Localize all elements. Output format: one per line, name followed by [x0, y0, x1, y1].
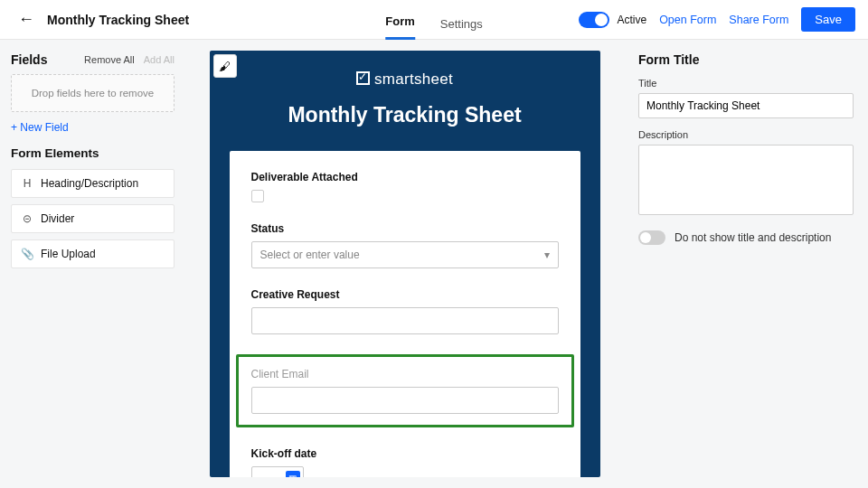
- element-label: Heading/Description: [41, 177, 138, 190]
- field-label: Kick-off date: [251, 447, 559, 460]
- checkmark-icon: [356, 71, 370, 85]
- form-title[interactable]: Monthly Tracking Sheet: [210, 92, 600, 151]
- field-label: Creative Request: [251, 288, 559, 301]
- element-file-upload[interactable]: 📎 File Upload: [11, 239, 175, 268]
- field-label: Status: [251, 222, 559, 235]
- brand-logo: smartsheet: [210, 51, 600, 92]
- title-label: Title: [638, 78, 854, 89]
- heading-glyph-icon: H: [21, 177, 33, 190]
- field-label: Client Email: [251, 368, 559, 380]
- field-label: Deliverable Attached: [251, 171, 559, 183]
- right-heading: Form Title: [638, 52, 854, 67]
- hide-title-toggle[interactable]: [638, 230, 665, 245]
- remove-all-link[interactable]: Remove All: [84, 54, 135, 65]
- form-canvas[interactable]: smartsheet Monthly Tracking Sheet Delive…: [210, 51, 600, 477]
- field-client-email[interactable]: Client Email: [236, 354, 574, 427]
- divider-glyph-icon: ⊝: [21, 212, 33, 225]
- add-all-link: Add All: [144, 54, 175, 65]
- attachment-glyph-icon: 📎: [21, 248, 33, 260]
- share-form-link[interactable]: Share Form: [729, 14, 788, 26]
- chevron-down-icon: ▾: [544, 249, 550, 261]
- remove-dropzone[interactable]: Drop fields here to remove: [11, 74, 175, 112]
- kickoff-date-input[interactable]: ▦: [251, 466, 304, 477]
- creative-request-input[interactable]: [251, 307, 559, 334]
- field-kickoff-date[interactable]: Kick-off date ▦: [251, 447, 559, 477]
- active-toggle[interactable]: [579, 12, 609, 28]
- left-panel: Fields Remove All Add All Drop fields he…: [0, 40, 185, 488]
- element-label: Divider: [41, 212, 74, 225]
- hide-title-toggle-label: Do not show title and description: [675, 231, 831, 244]
- tab-form[interactable]: Form: [385, 14, 415, 40]
- tab-settings[interactable]: Settings: [440, 17, 483, 40]
- fields-heading: Fields: [11, 52, 47, 67]
- calendar-icon[interactable]: ▦: [286, 471, 300, 477]
- tabs: Form Settings: [385, 0, 482, 40]
- back-arrow-icon[interactable]: ←: [13, 6, 40, 33]
- element-label: File Upload: [41, 248, 96, 260]
- client-email-input[interactable]: [251, 387, 559, 414]
- description-label: Description: [638, 129, 854, 140]
- main: Fields Remove All Add All Drop fields he…: [0, 40, 868, 488]
- paint-icon: 🖌: [219, 60, 231, 73]
- form-elements-heading: Form Elements: [11, 146, 175, 160]
- new-field-link[interactable]: + New Field: [11, 121, 175, 134]
- field-status[interactable]: Status Select or enter value ▾: [251, 222, 559, 268]
- form-body: Deliverable Attached Status Select or en…: [230, 151, 580, 477]
- right-panel: Form Title Title Description Do not show…: [624, 40, 868, 488]
- element-divider[interactable]: ⊝ Divider: [11, 204, 175, 233]
- status-select[interactable]: Select or enter value ▾: [251, 241, 559, 268]
- title-input[interactable]: [638, 93, 854, 118]
- element-heading-description[interactable]: H Heading/Description: [11, 169, 175, 198]
- select-placeholder: Select or enter value: [260, 249, 360, 261]
- topbar-actions: Active Open Form Share Form Save: [579, 7, 855, 32]
- checkbox-input[interactable]: [251, 190, 264, 202]
- brand-text: smartsheet: [374, 70, 453, 88]
- theme-button[interactable]: 🖌: [213, 54, 237, 78]
- topbar: ← Monthly Tracking Sheet Form Settings A…: [0, 0, 868, 40]
- field-deliverable-attached[interactable]: Deliverable Attached: [251, 171, 559, 202]
- description-textarea[interactable]: [638, 145, 854, 215]
- page-title: Monthly Tracking Sheet: [47, 13, 189, 27]
- active-toggle-label: Active: [617, 14, 646, 26]
- form-canvas-area: 🖌 smartsheet Monthly Tracking Sheet Deli…: [185, 40, 624, 488]
- save-button[interactable]: Save: [801, 7, 855, 32]
- field-creative-request[interactable]: Creative Request: [251, 288, 559, 334]
- open-form-link[interactable]: Open Form: [659, 14, 716, 26]
